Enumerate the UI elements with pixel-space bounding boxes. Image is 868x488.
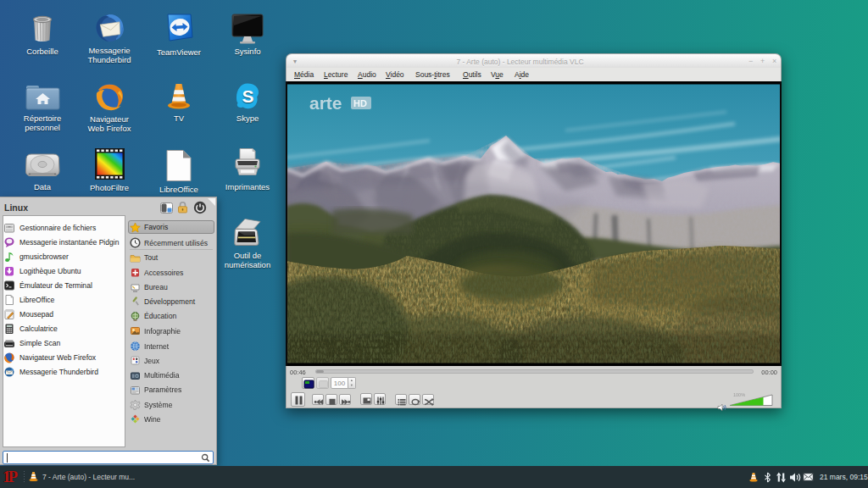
svg-text:arte: arte [309, 93, 342, 113]
svg-text:HD: HD [353, 98, 367, 108]
svg-text:S: S [242, 86, 254, 106]
